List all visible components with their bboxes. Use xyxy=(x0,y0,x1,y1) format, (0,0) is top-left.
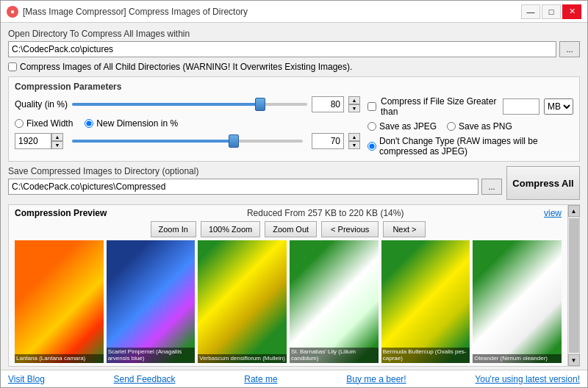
directory-browse-button[interactable]: ... xyxy=(559,41,580,57)
dimension-slider-container xyxy=(72,134,303,148)
quality-spin: ▲ ▼ xyxy=(348,96,360,112)
width-spin: ▲ ▼ xyxy=(51,133,63,149)
directory-path-input[interactable] xyxy=(8,41,556,57)
title-bar: ● [Mass Image Compressor] Compress Image… xyxy=(1,1,587,23)
quality-slider[interactable] xyxy=(72,103,307,106)
image-thumb[interactable]: Bermuda Buttercup (Oxalis pes-caprae) xyxy=(381,240,470,363)
quality-value-input[interactable]: 80 xyxy=(312,96,344,112)
quality-spin-up[interactable]: ▲ xyxy=(348,96,360,104)
title-bar-left: ● [Mass Image Compressor] Compress Image… xyxy=(7,6,248,18)
params-right: Compress if File Size Greater than MB Sa… xyxy=(368,96,573,157)
image-caption: Verbascum densiflorum (Mullein) xyxy=(198,354,287,363)
save-right: Compress All xyxy=(506,166,580,200)
fixed-width-radio-item: Fixed Width xyxy=(15,118,73,129)
new-dimension-label: New Dimension in % xyxy=(96,118,178,129)
filesize-checkbox[interactable] xyxy=(368,102,376,111)
zoom-in-button[interactable]: Zoom In xyxy=(151,221,196,237)
dimension-type-row: Fixed Width New Dimension in % xyxy=(15,118,360,129)
minimize-button[interactable]: — xyxy=(521,4,540,19)
preview-section: Compression Preview Reduced From 257 KB … xyxy=(8,204,580,367)
maximize-button[interactable]: □ xyxy=(542,4,561,19)
quality-slider-container xyxy=(72,97,307,112)
quality-label: Quality (in %) xyxy=(15,99,68,109)
fixed-width-label: Fixed Width xyxy=(26,118,73,129)
width-input[interactable]: 1920 xyxy=(15,133,51,149)
dimension-pct-input[interactable]: 70 xyxy=(312,133,344,149)
zoom-out-button[interactable]: Zoom Out xyxy=(265,221,317,237)
close-button[interactable]: ✕ xyxy=(562,4,581,19)
dont-change-radio[interactable] xyxy=(368,142,376,151)
scrollbar: ▲ ▼ xyxy=(567,205,579,366)
latest-version-link[interactable]: You're using latest version! xyxy=(475,374,580,384)
next-button[interactable]: Next > xyxy=(383,221,426,237)
zoom-100-button[interactable]: 100% Zoom xyxy=(201,221,260,237)
new-dimension-radio[interactable] xyxy=(85,119,93,128)
save-png-label: Save as PNG xyxy=(459,121,512,132)
dont-change-label: Don't Change Type (RAW images will be co… xyxy=(379,136,573,157)
dimension-spin-down[interactable]: ▼ xyxy=(348,141,360,149)
dimension-row: 1920 ▲ ▼ 70 xyxy=(15,133,360,149)
preview-stats: Reduced From 257 KB to 220 KB (14%) xyxy=(247,208,404,218)
visit-blog-link[interactable]: Visit Blog xyxy=(8,374,45,384)
image-caption: St. Barnabas' Lily (Lilium candidum) xyxy=(290,348,379,363)
image-thumb[interactable]: Lantana (Lantana camara) xyxy=(15,240,104,363)
scroll-thumb[interactable] xyxy=(569,218,579,353)
image-caption: Scarlet Pimpernel (Anagallis arvensis bl… xyxy=(107,348,196,363)
rate-me-link[interactable]: Rate me xyxy=(244,374,277,384)
params-title: Compression Parameters xyxy=(15,82,573,92)
width-spin-up[interactable]: ▲ xyxy=(51,133,63,141)
dimension-spin: ▲ ▼ xyxy=(348,133,360,149)
send-feedback-link[interactable]: Send Feedback xyxy=(114,374,176,384)
child-directories-checkbox[interactable] xyxy=(8,62,17,71)
preview-header: Compression Preview Reduced From 257 KB … xyxy=(9,205,567,221)
filesize-row: Compress if File Size Greater than MB xyxy=(368,96,573,117)
footer: Visit Blog Send Feedback Rate me Buy me … xyxy=(1,370,587,387)
filesize-input[interactable] xyxy=(503,98,539,115)
save-type-row: Save as JPEG Save as PNG xyxy=(368,121,573,132)
window-controls: — □ ✕ xyxy=(521,4,581,19)
filesize-unit-select[interactable]: MB xyxy=(544,98,573,115)
compress-all-button[interactable]: Compress All xyxy=(506,166,580,200)
save-path-row: ... xyxy=(8,179,502,195)
image-caption: Oleander (Nerium oleander) xyxy=(473,354,562,363)
dont-change-item: Don't Change Type (RAW images will be co… xyxy=(368,136,573,157)
dimension-spin-up[interactable]: ▲ xyxy=(348,133,360,141)
save-png-radio[interactable] xyxy=(447,122,456,131)
new-dimension-radio-item: New Dimension in % xyxy=(85,118,178,129)
main-content: Open Directory To Compress All Images wi… xyxy=(1,23,587,370)
preview-main: Compression Preview Reduced From 257 KB … xyxy=(9,205,567,366)
save-path-input[interactable] xyxy=(8,179,478,195)
buy-beer-link[interactable]: Buy me a beer! xyxy=(346,374,406,384)
filesize-label: Compress if File Size Greater than xyxy=(381,96,498,117)
image-thumb[interactable]: Oleander (Nerium oleander) xyxy=(473,240,562,363)
params-inner: Quality (in %) 80 ▲ ▼ xyxy=(15,96,573,157)
image-caption: Bermuda Buttercup (Oxalis pes-caprae) xyxy=(381,348,470,363)
preview-view-link[interactable]: view xyxy=(544,208,562,218)
save-left: Save Compressed Images to Directory (opt… xyxy=(8,166,502,195)
save-jpeg-item: Save as JPEG xyxy=(368,121,437,132)
scroll-up-button[interactable]: ▲ xyxy=(568,205,580,217)
image-thumb[interactable]: Verbascum densiflorum (Mullein) xyxy=(198,240,287,363)
image-thumb[interactable]: Scarlet Pimpernel (Anagallis arvensis bl… xyxy=(107,240,196,363)
quality-row: Quality (in %) 80 ▲ ▼ xyxy=(15,96,360,112)
fixed-width-radio[interactable] xyxy=(15,119,24,128)
preview-controls: Zoom In 100% Zoom Zoom Out < Previous Ne… xyxy=(9,221,567,240)
previous-button[interactable]: < Previous xyxy=(321,221,379,237)
width-spin-down[interactable]: ▼ xyxy=(51,141,63,149)
save-jpeg-radio[interactable] xyxy=(368,122,376,131)
directory-path-row: ... xyxy=(8,41,580,57)
open-directory-section: Open Directory To Compress All Images wi… xyxy=(8,29,580,57)
app-icon: ● xyxy=(7,6,18,18)
image-thumb[interactable]: St. Barnabas' Lily (Lilium candidum) xyxy=(290,240,379,363)
open-directory-label: Open Directory To Compress All Images wi… xyxy=(8,29,580,39)
scroll-down-button[interactable]: ▼ xyxy=(568,354,580,366)
dimension-slider[interactable] xyxy=(72,140,303,143)
width-input-group: 1920 ▲ ▼ xyxy=(15,133,63,149)
save-jpeg-label: Save as JPEG xyxy=(379,121,437,132)
quality-spin-down[interactable]: ▼ xyxy=(348,104,360,112)
save-browse-button[interactable]: ... xyxy=(481,179,502,195)
child-directories-row: Compress Images of All Child Directories… xyxy=(8,62,580,72)
main-window: ● [Mass Image Compressor] Compress Image… xyxy=(0,0,588,388)
child-directories-label: Compress Images of All Child Directories… xyxy=(20,62,352,72)
save-section: Save Compressed Images to Directory (opt… xyxy=(8,166,580,200)
